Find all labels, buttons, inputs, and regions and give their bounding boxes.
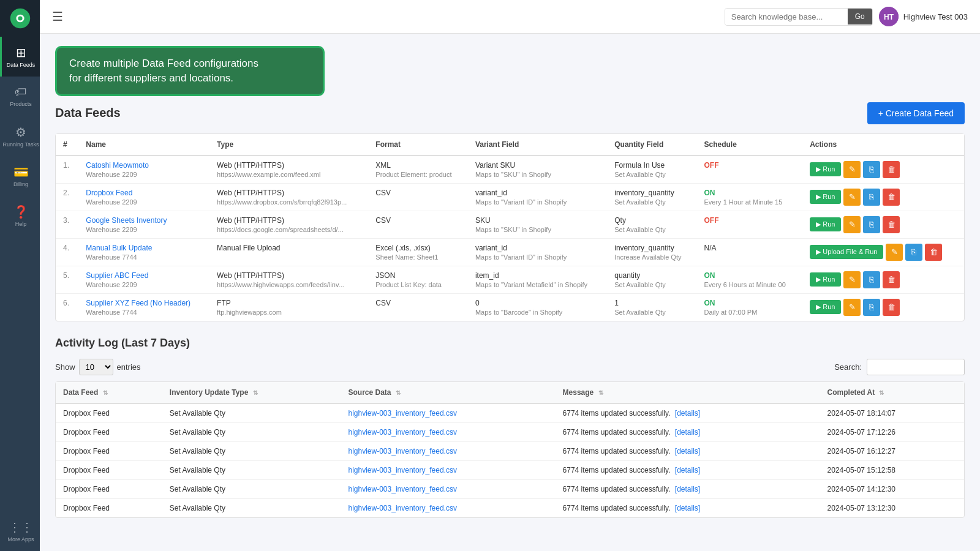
log-message: 6774 items updated successfully. [detail… [556, 460, 820, 479]
row-num: 2. [56, 183, 78, 211]
run-button[interactable]: ▶ Run [810, 162, 841, 176]
type-url: https://www.highviewapps.com/feeds/linv.… [217, 281, 361, 288]
log-row: Dropbox Feed Set Available Qty highview-… [56, 422, 964, 441]
log-source-link[interactable]: highview-003_inventory_feed.csv [349, 428, 457, 437]
edit-button[interactable]: ✎ [843, 271, 861, 288]
upload-run-button[interactable]: ▶ Upload File & Run [810, 245, 883, 259]
delete-button[interactable]: 🗑 [925, 244, 942, 261]
sort-icon-source[interactable]: ⇅ [396, 389, 401, 396]
copy-button[interactable]: ⎘ [863, 271, 880, 288]
show-entries-select[interactable]: 102550100 [79, 359, 113, 375]
feeds-table-card: # Name Type Format Variant Field Quantit… [55, 133, 965, 321]
sidebar-item-running-tasks[interactable]: ⚙ Running Tasks [0, 116, 40, 156]
edit-button[interactable]: ✎ [843, 161, 861, 178]
feed-row: 6. Supplier XYZ Feed (No Header) Warehou… [56, 293, 964, 321]
feed-name-link[interactable]: Supplier ABC Feed [86, 271, 148, 280]
log-update-type: Set Available Qty [162, 479, 341, 498]
edit-button[interactable]: ✎ [886, 244, 903, 261]
sort-icon-completed[interactable]: ⇅ [879, 389, 884, 396]
sidebar-item-data-feeds[interactable]: ⊞ Data Feeds [0, 37, 40, 77]
log-source: highview-003_inventory_feed.csv [341, 441, 556, 460]
feed-name-link[interactable]: Catoshi Meowmoto [86, 161, 149, 170]
row-num: 4. [56, 238, 78, 266]
sidebar-item-products[interactable]: 🏷 Products [0, 77, 40, 116]
qty-sub: Set Available Qty [614, 309, 689, 316]
sidebar: ⊞ Data Feeds 🏷 Products ⚙ Running Tasks … [0, 0, 40, 551]
log-details-link[interactable]: [details] [675, 485, 700, 493]
col-schedule: Schedule [697, 134, 803, 156]
sidebar-item-more-apps[interactable]: ⋮⋮ More Apps [0, 511, 40, 551]
log-row: Dropbox Feed Set Available Qty highview-… [56, 479, 964, 498]
feed-row: 3. Google Sheets Inventory Warehouse 220… [56, 211, 964, 238]
edit-button[interactable]: ✎ [843, 216, 861, 233]
products-icon: 🏷 [15, 85, 27, 99]
variant-sub: Maps to "SKU" in Shopify [475, 171, 600, 178]
row-actions: ▶ Run ✎ ⎘ 🗑 [802, 266, 964, 293]
edit-button[interactable]: ✎ [843, 299, 861, 316]
delete-button[interactable]: 🗑 [883, 299, 900, 316]
feeds-table: # Name Type Format Variant Field Quantit… [56, 134, 964, 321]
sort-icon-message[interactable]: ⇅ [598, 389, 603, 396]
create-data-feed-button[interactable]: + Create Data Feed [867, 102, 965, 124]
feed-name-link[interactable]: Manual Bulk Update [86, 244, 152, 252]
row-format: Excel (.xls, .xlsx) Sheet Name: Sheet1 [368, 238, 468, 266]
run-button[interactable]: ▶ Run [810, 217, 841, 231]
sort-icon-type[interactable]: ⇅ [253, 389, 258, 396]
delete-button[interactable]: 🗑 [883, 216, 900, 233]
feed-warehouse: Warehouse 2209 [86, 171, 202, 178]
log-details-link[interactable]: [details] [675, 466, 700, 474]
log-source-link[interactable]: highview-003_inventory_feed.csv [349, 504, 457, 512]
feed-name-link[interactable]: Supplier XYZ Feed (No Header) [86, 299, 190, 307]
type-url: https://www.example.com/feed.xml [217, 171, 361, 178]
log-source-link[interactable]: highview-003_inventory_feed.csv [349, 409, 457, 418]
log-details-link[interactable]: [details] [675, 447, 700, 455]
copy-button[interactable]: ⎘ [863, 189, 880, 206]
user-badge: HT Highview Test 003 [879, 7, 968, 26]
feeds-table-wrap: # Name Type Format Variant Field Quantit… [56, 134, 964, 321]
log-col-completed: Completed At ⇅ [820, 382, 964, 403]
data-feeds-icon: ⊞ [16, 45, 26, 60]
row-name: Manual Bulk Update Warehouse 7744 [78, 238, 209, 266]
svg-point-2 [18, 16, 22, 20]
row-qty: Formula In Use Set Available Qty [607, 156, 696, 184]
run-button[interactable]: ▶ Run [810, 190, 841, 204]
knowledge-search-input[interactable] [725, 9, 848, 25]
copy-button[interactable]: ⎘ [863, 161, 880, 178]
log-details-link[interactable]: [details] [675, 504, 700, 512]
row-qty: Qty Set Available Qty [607, 211, 696, 238]
delete-button[interactable]: 🗑 [883, 271, 900, 288]
feed-name-link[interactable]: Dropbox Feed [86, 189, 132, 197]
log-table-wrap: Data Feed ⇅ Inventory Update Type ⇅ Sour… [56, 382, 964, 517]
row-num: 3. [56, 211, 78, 238]
copy-button[interactable]: ⎘ [863, 216, 880, 233]
user-avatar: HT [879, 7, 899, 26]
copy-button[interactable]: ⎘ [863, 299, 880, 316]
knowledge-search-button[interactable]: Go [848, 9, 872, 24]
run-button[interactable]: ▶ Run [810, 300, 841, 314]
row-variant: variant_id Maps to "Variant ID" in Shopi… [468, 238, 607, 266]
log-details-link[interactable]: [details] [675, 428, 700, 437]
log-search-input[interactable] [867, 359, 965, 375]
sidebar-item-billing[interactable]: 💳 Billing [0, 156, 40, 196]
delete-button[interactable]: 🗑 [883, 189, 900, 206]
variant-sub: Maps to "Variant Metafield" in Shopify [475, 281, 600, 288]
log-source-link[interactable]: highview-003_inventory_feed.csv [349, 485, 457, 493]
log-details-link[interactable]: [details] [675, 409, 700, 418]
sidebar-item-help[interactable]: ❓ Help [0, 196, 40, 236]
edit-button[interactable]: ✎ [843, 189, 861, 206]
hamburger-menu[interactable]: ☰ [52, 9, 63, 24]
delete-button[interactable]: 🗑 [883, 161, 900, 178]
topnav-left: ☰ [52, 9, 63, 24]
variant-sub: Maps to "SKU" in Shopify [475, 226, 600, 233]
feed-warehouse: Warehouse 7744 [86, 309, 202, 316]
run-button[interactable]: ▶ Run [810, 272, 841, 287]
log-source-link[interactable]: highview-003_inventory_feed.csv [349, 466, 457, 474]
feed-name-link[interactable]: Google Sheets Inventory [86, 216, 167, 225]
app-logo[interactable] [0, 0, 40, 37]
schedule-off: OFF [704, 216, 719, 225]
log-source-link[interactable]: highview-003_inventory_feed.csv [349, 447, 457, 455]
copy-button[interactable]: ⎘ [905, 244, 922, 261]
sort-icon-feed[interactable]: ⇅ [103, 389, 108, 396]
log-table: Data Feed ⇅ Inventory Update Type ⇅ Sour… [56, 382, 964, 517]
log-message: 6774 items updated successfully. [detail… [556, 479, 820, 498]
